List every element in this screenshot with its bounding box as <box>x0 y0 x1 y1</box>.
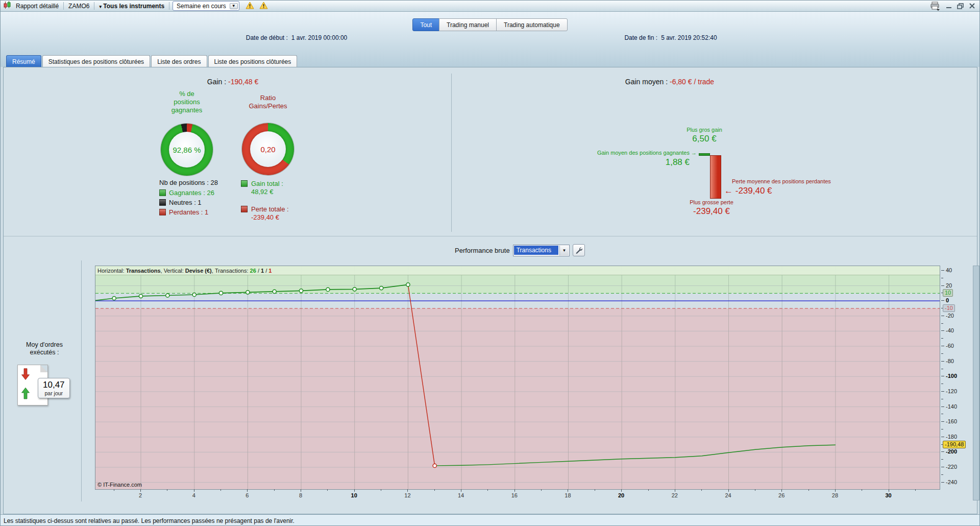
orders-per-day-unit: par jour <box>43 390 65 396</box>
period-select-value: Semaine en cours <box>177 3 226 10</box>
y-axis: 40200-20-40-60-80-100-120-140-160-180-20… <box>941 266 973 503</box>
performance-chart[interactable]: Horizontal: Transactions, Vertical: Devi… <box>95 266 940 490</box>
tab-trading-automatique[interactable]: Trading automatique <box>496 18 568 31</box>
x-axis-tick <box>889 489 889 492</box>
y-axis-tick <box>941 467 944 467</box>
red-square-icon <box>241 206 248 212</box>
vertical-scrollbar[interactable] <box>973 266 979 500</box>
tab-trading-manuel[interactable]: Trading manuel <box>439 18 497 31</box>
avg-gain-bar <box>699 153 710 156</box>
divider <box>63 2 64 10</box>
black-square-icon <box>159 199 166 206</box>
y-axis-tick <box>941 459 943 460</box>
data-point-marker <box>433 464 436 467</box>
caret-down-icon: ▾ <box>99 4 102 9</box>
chart-settings-button[interactable] <box>573 244 585 256</box>
print-button[interactable] <box>930 2 941 11</box>
data-point-marker <box>112 296 116 300</box>
y-axis-tick <box>941 407 944 407</box>
performance-axis-value: Transactions <box>514 246 558 255</box>
tab-resume[interactable]: Résumé <box>6 55 41 67</box>
x-axis-tick <box>354 489 355 492</box>
performance-label: Performance brute <box>455 247 510 254</box>
restore-button[interactable] <box>957 3 964 9</box>
report-title: Rapport détaillé <box>14 3 60 10</box>
y-axis-tick <box>941 429 943 429</box>
x-axis-label: 2 <box>133 492 148 498</box>
chevron-down-icon[interactable]: ▼ <box>559 246 569 255</box>
lower-threshold-badge: -10 <box>943 304 955 312</box>
loss-total-block: Perte totale :-239,40 € <box>241 205 289 222</box>
x-axis-tick <box>274 489 275 491</box>
legend-winning: Gagnantes : 26 <box>159 189 214 197</box>
winning-percentage-donut: 92,86 % <box>161 124 213 176</box>
view-tabs: Tout Trading manuel Trading automatique <box>1 18 979 31</box>
biggest-gain-value: 6,50 € <box>664 134 745 144</box>
x-axis-tick <box>595 489 595 491</box>
y-axis-tick <box>941 316 944 316</box>
y-axis-tick <box>941 399 943 399</box>
x-axis-tick <box>755 489 755 491</box>
data-point-marker <box>219 291 223 295</box>
period-select[interactable]: Semaine en cours ▼ <box>173 1 239 11</box>
x-axis-label: 10 <box>347 492 362 498</box>
y-axis-label: -220 <box>946 463 957 470</box>
performance-axis-select[interactable]: Transactions ▼ <box>513 245 570 256</box>
x-axis-label: 20 <box>614 492 629 498</box>
data-point-marker <box>406 283 410 286</box>
detailed-report-window: Rapport détaillé ZAMO6 ▾ Tous les instru… <box>0 0 980 526</box>
warning-icon[interactable] <box>246 2 254 11</box>
x-axis-tick <box>621 489 622 492</box>
data-point-marker <box>353 288 356 291</box>
avg-win-label: Gain moyen des positions gagnantes → <box>493 150 697 156</box>
data-point-marker <box>299 289 303 293</box>
status-bar: Les statistiques ci-dessus sont relative… <box>1 514 979 526</box>
tab-stats-positions[interactable]: Statistiques des positions clôturées <box>42 55 150 67</box>
x-axis-tick <box>862 489 862 491</box>
x-axis-label: 22 <box>667 492 682 498</box>
legend-neutral: Neutres : 1 <box>159 199 202 206</box>
y-axis-tick <box>941 376 944 376</box>
x-axis-label: 12 <box>400 492 415 498</box>
end-date: Date de fin :5 avr. 2019 20:52:40 <box>569 34 773 41</box>
data-point-marker <box>192 293 196 296</box>
y-axis-label: -20 <box>946 312 954 319</box>
green-square-icon <box>241 180 248 187</box>
x-axis-tick <box>220 489 221 491</box>
minimize-button[interactable] <box>946 3 952 9</box>
close-button[interactable] <box>969 3 975 9</box>
x-axis-tick <box>434 489 435 491</box>
y-axis-label: -100 <box>946 372 957 379</box>
y-axis-label: 0 <box>946 297 949 304</box>
y-axis-tick <box>941 451 944 452</box>
y-axis-tick <box>941 391 944 392</box>
y-axis-tick <box>941 369 943 369</box>
avg-loss-label: Perte moyenne des positions perdantes <box>732 178 831 184</box>
divider <box>169 2 169 10</box>
x-axis-label: 30 <box>881 492 896 498</box>
tab-tout[interactable]: Tout <box>412 18 439 31</box>
divider <box>451 74 452 232</box>
x-axis-tick <box>194 489 194 492</box>
data-point-marker <box>166 294 169 297</box>
summary-panel: Gain : -190,48 € % de positions gagnante… <box>3 67 977 514</box>
data-point-marker <box>326 288 330 291</box>
all-instruments-menu[interactable]: ▾ Tous les instruments <box>97 3 166 10</box>
equity-curve-plot <box>95 266 940 489</box>
arrow-left-icon: ← <box>724 186 733 196</box>
chevron-down-icon[interactable]: ▼ <box>230 3 238 9</box>
y-axis-tick <box>941 482 944 483</box>
warning-icon[interactable] <box>259 2 268 11</box>
y-axis-label: 40 <box>946 267 952 274</box>
x-axis-tick <box>701 489 702 491</box>
x-axis-tick <box>808 489 809 491</box>
y-axis-label: -240 <box>946 479 957 486</box>
x-axis-tick <box>568 489 568 492</box>
x-axis-label: 14 <box>453 492 469 498</box>
y-axis-tick <box>941 346 944 346</box>
biggest-gain-label: Plus gros gain <box>664 127 745 133</box>
tab-liste-positions[interactable]: Liste des positions clôturées <box>208 55 298 67</box>
y-axis-label: -120 <box>946 388 957 395</box>
x-axis-label: 16 <box>507 492 522 498</box>
tab-liste-ordres[interactable]: Liste des ordres <box>151 55 207 67</box>
